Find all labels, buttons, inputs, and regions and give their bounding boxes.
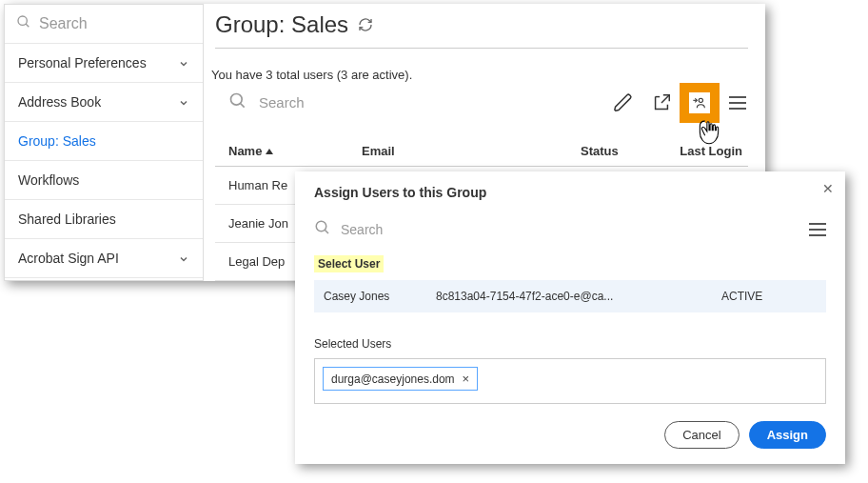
cancel-button[interactable]: Cancel: [664, 421, 739, 449]
candidate-name: Casey Jones: [324, 290, 436, 303]
svg-point-0: [18, 16, 27, 25]
sidebar-item-label: Address Book: [18, 94, 101, 110]
chevron-down-icon: [178, 96, 189, 108]
menu-icon[interactable]: [809, 223, 826, 236]
sidebar-search[interactable]: Search: [5, 5, 203, 44]
sidebar-item-workflows[interactable]: Workflows: [5, 161, 203, 200]
sidebar-item-shared-libraries[interactable]: Shared Libraries: [5, 200, 203, 239]
svg-point-5: [316, 221, 326, 231]
assign-button[interactable]: Assign: [749, 421, 826, 449]
toolbar-search[interactable]: Search: [228, 91, 613, 113]
sidebar-item-acrobat-sign-api[interactable]: Acrobat Sign API: [5, 239, 203, 278]
remove-chip-icon[interactable]: ×: [463, 372, 470, 386]
sidebar-search-placeholder: Search: [39, 15, 88, 32]
svg-line-3: [241, 104, 245, 108]
candidate-user-row[interactable]: Casey Jones 8c813a04-7154-47f2-ace0-e@ca…: [314, 280, 826, 312]
search-icon: [16, 14, 31, 33]
sort-asc-icon: [266, 149, 273, 154]
svg-line-1: [26, 24, 29, 27]
toolbar-search-placeholder: Search: [259, 94, 305, 111]
table-header: Name Email Status Last Login: [215, 131, 748, 167]
export-icon[interactable]: [651, 92, 672, 113]
modal-search[interactable]: Search: [341, 222, 799, 237]
selected-user-chip: durga@caseyjones.dom ×: [323, 367, 478, 391]
sidebar-item-label: Group: Sales: [18, 133, 96, 149]
users-count-text: You have 3 total users (3 are active).: [211, 68, 748, 82]
column-name[interactable]: Name: [228, 144, 362, 158]
sidebar-item-label: Shared Libraries: [18, 211, 116, 227]
sidebar-item-label: Personal Preferences: [18, 55, 147, 70]
search-icon: [314, 219, 331, 239]
sidebar-item-group-sales[interactable]: Group: Sales: [5, 122, 203, 161]
assign-users-icon[interactable]: [689, 92, 710, 113]
selected-users-box[interactable]: durga@caseyjones.dom ×: [314, 358, 826, 404]
select-user-label: Select User: [314, 255, 384, 272]
sidebar-item-address-book[interactable]: Address Book: [5, 83, 203, 122]
svg-line-6: [325, 230, 328, 233]
edit-icon[interactable]: [613, 92, 634, 113]
page-title: Group: Sales: [215, 11, 348, 38]
column-email[interactable]: Email: [362, 144, 581, 158]
chip-text: durga@caseyjones.dom: [331, 372, 455, 386]
cursor-icon: [697, 119, 721, 151]
svg-point-2: [231, 94, 243, 106]
menu-icon[interactable]: [727, 92, 748, 113]
selected-users-label: Selected Users: [314, 337, 826, 351]
sidebar-item-personal-preferences[interactable]: Personal Preferences: [5, 44, 203, 83]
modal-title: Assign Users to this Group: [314, 185, 826, 200]
sidebar-item-label: Acrobat Sign API: [18, 251, 119, 266]
svg-point-4: [699, 98, 702, 102]
candidate-email: 8c813a04-7154-47f2-ace0-e@ca...: [436, 290, 721, 303]
column-status[interactable]: Status: [581, 144, 666, 158]
sidebar: Search Personal Preferences Address Book…: [4, 4, 204, 281]
search-icon: [228, 91, 247, 113]
chevron-down-icon: [178, 252, 189, 264]
candidate-status: ACTIVE: [721, 290, 817, 303]
sidebar-item-label: Workflows: [18, 172, 79, 188]
assign-users-modal: Assign Users to this Group ✕ Search Sele…: [295, 171, 845, 464]
refresh-icon[interactable]: [358, 17, 373, 36]
chevron-down-icon: [178, 57, 189, 69]
close-icon[interactable]: ✕: [822, 181, 834, 196]
